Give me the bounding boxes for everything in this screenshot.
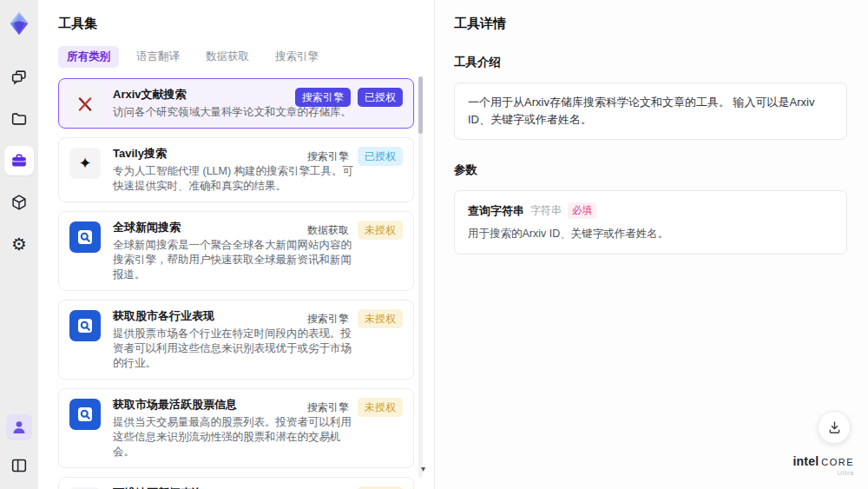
app-logo-icon[interactable] [6,10,32,36]
intel-core-logo: intel CORE Ultra [792,455,854,477]
param-name: 查询字符串 [468,203,524,219]
brand-intel-text: intel [792,455,819,467]
tool-card-arxiv[interactable]: Arxiv文献搜索 访问各个研究领域大量科学论文和文章的存储库。 搜索引擎 已授… [58,78,414,129]
page-title: 工具集 [58,16,415,32]
user-avatar-icon[interactable] [6,414,32,440]
category-label: 搜索引擎 [306,309,351,328]
auth-status-badge: 已授权 [358,147,403,166]
tab-all-categories[interactable]: 所有类别 [58,46,119,68]
param-box: 查询字符串 字符串 必填 用于搜索的Arxiv ID、关键字或作者姓名。 [454,190,847,254]
param-description: 用于搜索的Arxiv ID、关键字或作者姓名。 [468,227,833,241]
tool-card-list: Arxiv文献搜索 访问各个研究领域大量科学论文和文章的存储库。 搜索引擎 已授… [58,78,414,489]
brand-sub-text: Ultra [792,470,854,477]
auth-status-badge: 未授权 [358,309,403,328]
rail-bottom [4,414,34,480]
tool-description: 提供股票市场各个行业在特定时间段内的表现。投资者可以利用这些信息来识别表现优于或… [113,327,356,371]
detail-title: 工具详情 [454,16,847,32]
brand-core-text: CORE [821,458,854,467]
search-app-icon [69,221,101,253]
tool-card-regional-news[interactable]: 万维地区新闻查询 查询具体行政区划内的新闻，快速了解各地新闻动 搜索引擎 未授权 [58,477,414,489]
tool-card-sector-performance[interactable]: 获取股市各行业表现 提供股票市场各个行业在特定时间段内的表现。投资者可以利用这些… [58,300,414,380]
tool-description: 专为人工智能代理 (LLM) 构建的搜索引擎工具。可快速提供实时、准确和真实的结… [113,164,356,194]
tab-language-translation[interactable]: 语言翻译 [128,46,188,68]
tool-detail-panel: 工具详情 工具介绍 一个用于从Arxiv存储库搜索科学论文和文章的工具。 输入可… [434,0,868,489]
tool-card-active-stocks[interactable]: 获取市场最活跃股票信息 提供当天交易量最高的股票列表。投资者可以利用这些信息来识… [58,388,414,468]
auth-status-badge: 未授权 [358,221,403,240]
tool-list-panel: 工具集 所有类别 语言翻译 数据获取 搜索引擎 Arxiv文献搜索 访问各个研究… [38,0,434,489]
tool-card-tavily[interactable]: ✦ Tavily搜索 专为人工智能代理 (LLM) 构建的搜索引擎工具。可快速提… [58,137,414,202]
intro-text-box: 一个用于从Arxiv存储库搜索科学论文和文章的工具。 输入可以是Arxiv ID… [454,83,847,140]
search-app-icon [69,310,101,341]
toolbox-icon[interactable] [4,146,34,175]
left-rail: ⚙ [0,0,38,489]
param-type: 字符串 [530,203,562,218]
app-window: ⚙ 工具集 所有类别 语言翻译 数据获取 [0,0,868,489]
auth-status-badge: 已授权 [358,88,403,107]
tab-data-acquisition[interactable]: 数据获取 [197,46,258,68]
tool-description: 访问各个研究领域大量科学论文和文章的存储库。 [113,105,352,120]
scroll-down-arrow-icon[interactable]: ▾ [421,465,425,473]
arxiv-logo-icon [69,89,101,120]
search-app-icon [69,399,101,430]
category-label: 数据获取 [306,221,351,240]
download-button[interactable] [818,411,851,444]
cube-icon[interactable] [4,188,34,217]
params-heading: 参数 [454,162,847,178]
chat-icon[interactable] [4,63,34,92]
tool-card-global-news[interactable]: 全球新闻搜索 全球新闻搜索是一个聚合全球各大新闻网站内容的搜索引擎，帮助用户快速… [58,211,414,291]
intro-heading: 工具介绍 [454,55,847,70]
panel-toggle-icon[interactable] [4,451,34,480]
tool-description: 全球新闻搜索是一个聚合全球各大新闻网站内容的搜索引擎，帮助用户快速获取全球最新资… [113,238,356,282]
list-scrollbar[interactable] [418,76,423,478]
settings-gear-icon[interactable]: ⚙ [4,229,34,259]
category-badge: 搜索引擎 [295,88,351,107]
category-label: 搜索引擎 [306,147,351,166]
category-label: 搜索引擎 [306,398,351,417]
scrollbar-thumb[interactable] [418,76,423,134]
category-tabs: 所有类别 语言翻译 数据获取 搜索引擎 [58,46,415,68]
param-required-badge: 必填 [568,202,596,219]
tool-description: 提供当天交易量最高的股票列表。投资者可以利用这些信息来识别流动性强的股票和潜在的… [113,415,356,459]
rail-nav: ⚙ [4,63,34,259]
tavily-star-icon: ✦ [69,148,101,179]
tab-search-engine[interactable]: 搜索引擎 [266,46,327,68]
auth-status-badge: 未授权 [358,398,403,417]
folder-icon[interactable] [4,104,34,134]
